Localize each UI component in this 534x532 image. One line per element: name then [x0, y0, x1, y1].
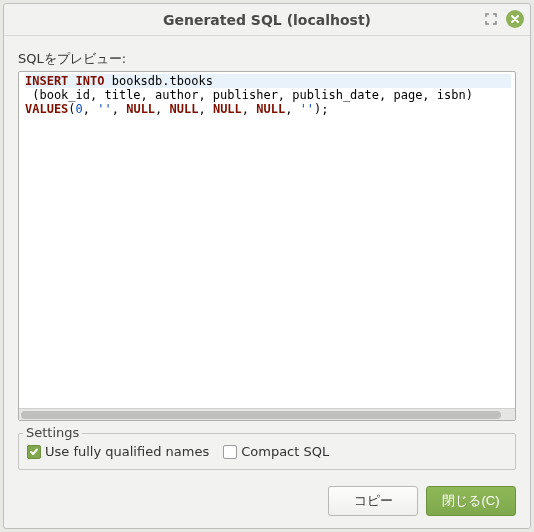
sql-value-null: NULL [170, 102, 199, 116]
copy-button[interactable]: コピー [328, 486, 418, 516]
sql-preview-area[interactable]: INSERT INTO booksdb.tbooks (book_id, tit… [18, 71, 516, 421]
sql-value-str: '' [300, 102, 314, 116]
settings-legend: Settings [23, 425, 82, 440]
close-button[interactable]: 閉じる(C) [426, 486, 516, 516]
titlebar: Generated SQL (localhost) [4, 4, 530, 36]
settings-row: Use fully qualified names Compact SQL [27, 444, 507, 459]
dialog-window: Generated SQL (localhost) SQLをプレビュー: INS… [3, 3, 531, 529]
dialog-footer: コピー 閉じる(C) [4, 478, 530, 528]
check-icon [29, 447, 39, 457]
sql-value-num: 0 [76, 102, 83, 116]
horizontal-scrollbar-thumb[interactable] [21, 411, 501, 419]
sql-value-null: NULL [213, 102, 242, 116]
sql-text[interactable]: INSERT INTO booksdb.tbooks (book_id, tit… [25, 74, 511, 116]
sql-columns: (book_id, title, author, publisher, publ… [25, 88, 473, 102]
sql-keyword-insert: INSERT INTO [25, 74, 104, 88]
dialog-body: SQLをプレビュー: INSERT INTO booksdb.tbooks (b… [4, 36, 530, 478]
checkbox-box [223, 445, 237, 459]
maximize-button[interactable] [482, 10, 500, 28]
settings-group: Settings Use fully qualified names Compa… [18, 433, 516, 470]
sql-value-str: '' [97, 102, 111, 116]
sql-value-null: NULL [126, 102, 155, 116]
checkbox-label: Compact SQL [241, 444, 329, 459]
checkbox-box [27, 445, 41, 459]
close-icon [510, 14, 520, 24]
checkbox-label: Use fully qualified names [45, 444, 209, 459]
preview-label: SQLをプレビュー: [18, 50, 516, 68]
sql-value-null: NULL [256, 102, 285, 116]
close-window-button[interactable] [506, 10, 524, 28]
horizontal-scrollbar[interactable] [19, 408, 515, 420]
window-title: Generated SQL (localhost) [163, 12, 371, 28]
sql-keyword-values: VALUES [25, 102, 68, 116]
titlebar-controls [482, 10, 524, 28]
maximize-icon [485, 13, 497, 25]
checkbox-use-fully-qualified[interactable]: Use fully qualified names [27, 444, 209, 459]
sql-content[interactable]: INSERT INTO booksdb.tbooks (book_id, tit… [19, 72, 515, 408]
checkbox-compact-sql[interactable]: Compact SQL [223, 444, 329, 459]
sql-table: booksdb.tbooks [104, 74, 212, 88]
